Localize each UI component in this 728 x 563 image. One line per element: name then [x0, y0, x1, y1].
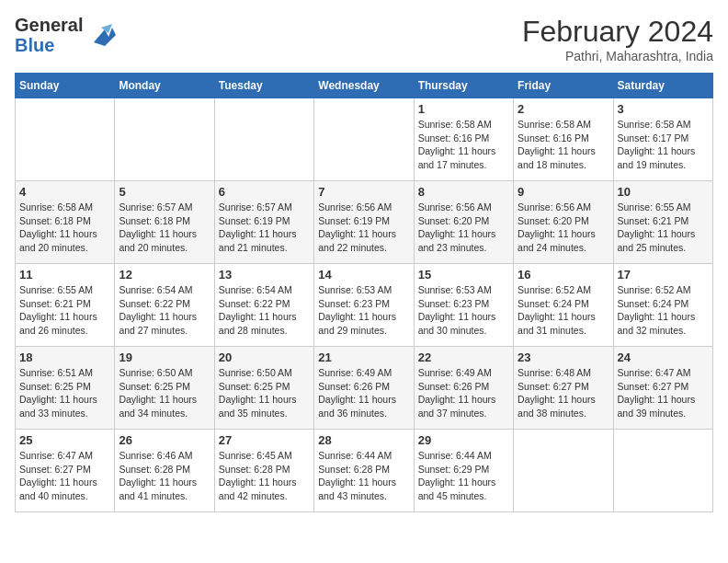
day-info: Sunrise: 6:50 AM Sunset: 6:25 PM Dayligh… — [219, 366, 310, 420]
calendar-day-cell: 29Sunrise: 6:44 AM Sunset: 6:29 PM Dayli… — [414, 430, 513, 512]
calendar-day-cell: 11Sunrise: 6:55 AM Sunset: 6:21 PM Dayli… — [16, 264, 115, 347]
calendar-day-cell: 5Sunrise: 6:57 AM Sunset: 6:18 PM Daylig… — [115, 181, 214, 264]
day-info: Sunrise: 6:47 AM Sunset: 6:27 PM Dayligh… — [618, 366, 709, 420]
calendar-day-cell: 14Sunrise: 6:53 AM Sunset: 6:23 PM Dayli… — [314, 264, 414, 347]
day-number: 19 — [119, 350, 210, 364]
day-number: 10 — [618, 185, 709, 199]
calendar-day-cell — [214, 98, 313, 181]
day-number: 7 — [318, 185, 409, 199]
day-number: 5 — [119, 185, 210, 199]
title-area: February 2024 Pathri, Maharashtra, India — [522, 15, 713, 63]
calendar-day-cell — [16, 98, 115, 181]
calendar-day-cell: 1Sunrise: 6:58 AM Sunset: 6:16 PM Daylig… — [414, 98, 513, 181]
day-info: Sunrise: 6:55 AM Sunset: 6:21 PM Dayligh… — [618, 201, 709, 255]
calendar-header-row: SundayMondayTuesdayWednesdayThursdayFrid… — [16, 74, 713, 98]
svg-marker-1 — [101, 24, 112, 33]
calendar-day-cell: 12Sunrise: 6:54 AM Sunset: 6:22 PM Dayli… — [115, 264, 214, 347]
day-number: 11 — [19, 268, 110, 282]
day-info: Sunrise: 6:51 AM Sunset: 6:25 PM Dayligh… — [19, 366, 110, 420]
day-of-week-header: Monday — [115, 74, 214, 98]
day-number: 4 — [19, 185, 110, 199]
calendar-table: SundayMondayTuesdayWednesdayThursdayFrid… — [15, 73, 713, 512]
calendar-day-cell: 3Sunrise: 6:58 AM Sunset: 6:17 PM Daylig… — [613, 98, 712, 181]
day-of-week-header: Friday — [514, 74, 613, 98]
day-info: Sunrise: 6:44 AM Sunset: 6:29 PM Dayligh… — [418, 449, 509, 503]
calendar-day-cell: 20Sunrise: 6:50 AM Sunset: 6:25 PM Dayli… — [214, 347, 313, 430]
day-of-week-header: Sunday — [16, 74, 115, 98]
month-year: February 2024 — [522, 15, 713, 49]
calendar-day-cell: 23Sunrise: 6:48 AM Sunset: 6:27 PM Dayli… — [514, 347, 613, 430]
calendar-day-cell: 9Sunrise: 6:56 AM Sunset: 6:20 PM Daylig… — [514, 181, 613, 264]
location: Pathri, Maharashtra, India — [522, 49, 713, 63]
day-info: Sunrise: 6:48 AM Sunset: 6:27 PM Dayligh… — [518, 366, 609, 420]
day-info: Sunrise: 6:57 AM Sunset: 6:18 PM Dayligh… — [119, 201, 210, 255]
day-number: 2 — [518, 102, 609, 116]
logo-bird-icon — [86, 20, 116, 50]
calendar-day-cell: 17Sunrise: 6:52 AM Sunset: 6:24 PM Dayli… — [613, 264, 712, 347]
day-number: 18 — [19, 350, 110, 364]
day-number: 27 — [219, 433, 310, 447]
day-info: Sunrise: 6:58 AM Sunset: 6:16 PM Dayligh… — [418, 118, 509, 172]
calendar-day-cell: 13Sunrise: 6:54 AM Sunset: 6:22 PM Dayli… — [214, 264, 313, 347]
calendar-day-cell — [613, 430, 712, 512]
calendar-day-cell: 21Sunrise: 6:49 AM Sunset: 6:26 PM Dayli… — [314, 347, 414, 430]
day-info: Sunrise: 6:47 AM Sunset: 6:27 PM Dayligh… — [19, 449, 110, 503]
day-number: 3 — [618, 102, 709, 116]
day-number: 28 — [318, 433, 409, 447]
day-number: 15 — [418, 268, 509, 282]
calendar-day-cell: 22Sunrise: 6:49 AM Sunset: 6:26 PM Dayli… — [414, 347, 513, 430]
day-number: 26 — [119, 433, 210, 447]
header: General Blue February 2024 Pathri, Mahar… — [15, 15, 713, 63]
calendar-day-cell: 2Sunrise: 6:58 AM Sunset: 6:16 PM Daylig… — [514, 98, 613, 181]
day-of-week-header: Saturday — [613, 74, 712, 98]
day-info: Sunrise: 6:54 AM Sunset: 6:22 PM Dayligh… — [119, 283, 210, 338]
calendar-day-cell: 4Sunrise: 6:58 AM Sunset: 6:18 PM Daylig… — [16, 181, 115, 264]
day-info: Sunrise: 6:44 AM Sunset: 6:28 PM Dayligh… — [318, 449, 409, 503]
day-info: Sunrise: 6:49 AM Sunset: 6:26 PM Dayligh… — [318, 366, 409, 420]
day-info: Sunrise: 6:53 AM Sunset: 6:23 PM Dayligh… — [418, 283, 509, 338]
day-info: Sunrise: 6:58 AM Sunset: 6:18 PM Dayligh… — [19, 201, 110, 255]
day-info: Sunrise: 6:56 AM Sunset: 6:19 PM Dayligh… — [318, 201, 409, 255]
day-info: Sunrise: 6:45 AM Sunset: 6:28 PM Dayligh… — [219, 449, 310, 503]
day-number: 29 — [418, 433, 509, 447]
day-info: Sunrise: 6:56 AM Sunset: 6:20 PM Dayligh… — [418, 201, 509, 255]
day-info: Sunrise: 6:57 AM Sunset: 6:19 PM Dayligh… — [219, 201, 310, 255]
logo-general: General — [15, 15, 83, 35]
day-info: Sunrise: 6:56 AM Sunset: 6:20 PM Dayligh… — [518, 201, 609, 255]
calendar-day-cell: 10Sunrise: 6:55 AM Sunset: 6:21 PM Dayli… — [613, 181, 712, 264]
calendar-day-cell: 25Sunrise: 6:47 AM Sunset: 6:27 PM Dayli… — [16, 430, 115, 512]
day-info: Sunrise: 6:55 AM Sunset: 6:21 PM Dayligh… — [19, 283, 110, 338]
calendar-day-cell: 19Sunrise: 6:50 AM Sunset: 6:25 PM Dayli… — [115, 347, 214, 430]
day-info: Sunrise: 6:50 AM Sunset: 6:25 PM Dayligh… — [119, 366, 210, 420]
calendar-day-cell — [314, 98, 414, 181]
calendar-day-cell: 15Sunrise: 6:53 AM Sunset: 6:23 PM Dayli… — [414, 264, 513, 347]
day-number: 14 — [318, 268, 409, 282]
day-number: 8 — [418, 185, 509, 199]
calendar-day-cell: 6Sunrise: 6:57 AM Sunset: 6:19 PM Daylig… — [214, 181, 313, 264]
calendar-day-cell: 7Sunrise: 6:56 AM Sunset: 6:19 PM Daylig… — [314, 181, 414, 264]
day-number: 22 — [418, 350, 509, 364]
calendar-day-cell: 28Sunrise: 6:44 AM Sunset: 6:28 PM Dayli… — [314, 430, 414, 512]
day-number: 17 — [618, 268, 709, 282]
day-number: 24 — [618, 350, 709, 364]
calendar-day-cell: 24Sunrise: 6:47 AM Sunset: 6:27 PM Dayli… — [613, 347, 712, 430]
calendar-day-cell — [115, 98, 214, 181]
day-of-week-header: Wednesday — [314, 74, 414, 98]
calendar-day-cell: 18Sunrise: 6:51 AM Sunset: 6:25 PM Dayli… — [16, 347, 115, 430]
day-of-week-header: Tuesday — [214, 74, 313, 98]
day-number: 6 — [219, 185, 310, 199]
day-info: Sunrise: 6:52 AM Sunset: 6:24 PM Dayligh… — [618, 283, 709, 338]
day-number: 21 — [318, 350, 409, 364]
calendar-week-row: 11Sunrise: 6:55 AM Sunset: 6:21 PM Dayli… — [16, 264, 713, 347]
day-number: 16 — [518, 268, 609, 282]
calendar-day-cell: 16Sunrise: 6:52 AM Sunset: 6:24 PM Dayli… — [514, 264, 613, 347]
day-number: 20 — [219, 350, 310, 364]
calendar-day-cell: 27Sunrise: 6:45 AM Sunset: 6:28 PM Dayli… — [214, 430, 313, 512]
calendar-week-row: 4Sunrise: 6:58 AM Sunset: 6:18 PM Daylig… — [16, 181, 713, 264]
day-number: 23 — [518, 350, 609, 364]
logo-blue: Blue — [15, 35, 54, 55]
calendar-day-cell: 26Sunrise: 6:46 AM Sunset: 6:28 PM Dayli… — [115, 430, 214, 512]
day-info: Sunrise: 6:46 AM Sunset: 6:28 PM Dayligh… — [119, 449, 210, 503]
logo: General Blue — [15, 15, 116, 55]
day-info: Sunrise: 6:58 AM Sunset: 6:17 PM Dayligh… — [618, 118, 709, 172]
